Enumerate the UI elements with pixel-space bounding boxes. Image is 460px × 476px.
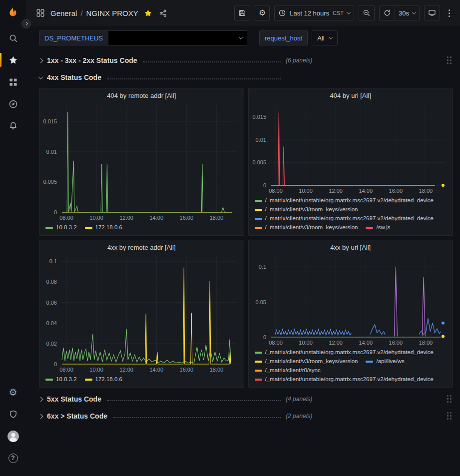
legend-label: 10.0.3.2 [56, 224, 77, 231]
svg-text:18:00: 18:00 [419, 188, 433, 194]
time-series-chart[interactable]: 00.0050.010.01508:0010:0012:0014:0016:00… [39, 100, 244, 222]
more-menu-button[interactable] [445, 11, 454, 15]
main-area: General / NGINX PROXY [26, 0, 460, 476]
legend-item[interactable]: /_matrix/client/r0/sync [255, 367, 321, 374]
legend-swatch [255, 200, 262, 202]
legend-item[interactable]: /_matrix/client/v3/room_keys/version [255, 358, 358, 365]
panel-404-by-uri: 404 by uri [All] 00.0050.010.01508:0010:… [248, 88, 454, 236]
row-6xx-status-code[interactable]: 6xx > Status Code (2 panels) [39, 409, 453, 424]
legend-item[interactable]: /api/live/ws [366, 358, 404, 365]
row-title: 5xx Status Code [47, 395, 101, 403]
row-panel-count: (6 panels) [286, 57, 312, 64]
refresh-interval-label: 30s [399, 9, 409, 17]
variables-bar: DS_PROMETHEUS request_host All [26, 26, 460, 50]
panel-legend: 10.0.3.2172.18.0.6 [39, 374, 244, 387]
refresh-icon [383, 9, 391, 17]
legend-item[interactable]: /_matrix/client/unstable/org.matrix.msc2… [255, 376, 434, 383]
dashboard-settings-button[interactable]: ⚙ [255, 5, 270, 20]
legend-label: /_matrix/client/r0/sync [265, 367, 321, 374]
row-drag-handle[interactable] [447, 412, 452, 420]
panel-title[interactable]: 404 by remote addr [All] [39, 88, 244, 100]
sidebar-item-configuration[interactable]: ⚙ [0, 382, 26, 403]
chevron-right-icon [24, 22, 28, 25]
dotted-leader [107, 400, 281, 401]
row-1xx-3xx-2xx-status-code[interactable]: 1xx - 3xx - 2xx Status Code (6 panels) [39, 53, 453, 68]
request-host-value: All [317, 34, 324, 42]
legend-item[interactable]: /_matrix/client/unstable/org.matrix.msc2… [255, 215, 434, 222]
svg-text:16:00: 16:00 [389, 340, 403, 346]
datasource-select[interactable] [108, 30, 247, 45]
refresh-interval-select[interactable]: 30s [395, 5, 420, 20]
refresh-button[interactable] [379, 5, 395, 20]
legend-item[interactable]: /sw.js [366, 224, 390, 231]
legend-item[interactable]: 10.0.3.2 [45, 224, 77, 231]
panel-4xx-by-uri: 4xx by uri [All] 00.050.108:0010:0012:00… [248, 240, 454, 388]
sidebar-item-dashboards[interactable] [0, 71, 26, 92]
chevron-right-icon [38, 397, 43, 402]
datasource-label: DS_PROMETHEUS [39, 30, 108, 45]
svg-text:18:00: 18:00 [419, 340, 433, 346]
legend-swatch [366, 361, 373, 363]
zoom-out-icon [363, 9, 371, 17]
dotted-leader [107, 78, 281, 79]
favorite-star-button[interactable] [143, 8, 153, 18]
legend-item[interactable]: /_matrix/client/unstable/org.matrix.msc2… [255, 197, 434, 204]
row-5xx-status-code[interactable]: 5xx Status Code (4 panels) [39, 392, 453, 407]
svg-text:0.005: 0.005 [252, 159, 266, 165]
svg-text:12:00: 12:00 [329, 340, 343, 346]
legend-swatch [45, 379, 53, 381]
star-icon [8, 55, 18, 65]
chevron-down-icon [347, 10, 351, 14]
row-title: 6xx > Status Code [47, 412, 107, 420]
chevron-down-icon [239, 35, 243, 39]
svg-text:16:00: 16:00 [180, 367, 194, 373]
sidebar-item-alerting[interactable] [0, 115, 26, 136]
sidebar-item-starred[interactable] [0, 49, 26, 70]
svg-text:14:00: 14:00 [359, 188, 373, 194]
monitor-icon [428, 9, 436, 17]
row-4xx-status-code[interactable]: 4xx Status Code [39, 70, 453, 85]
tv-mode-button[interactable] [424, 5, 440, 20]
time-series-chart[interactable]: 00.020.040.060.080.108:0010:0012:0014:00… [39, 252, 244, 374]
apps-grid-icon [35, 7, 46, 18]
sidebar-item-profile[interactable] [0, 426, 26, 447]
legend-item[interactable]: 172.18.0.6 [85, 376, 122, 383]
legend-label: /_matrix/client/v3/room_keys/version [265, 358, 358, 365]
sidebar-item-help[interactable] [0, 448, 26, 469]
legend-label: /_matrix/client/v3/room_keys/version [265, 206, 358, 213]
share-button[interactable] [158, 8, 168, 18]
panel-title[interactable]: 4xx by remote addr [All] [39, 240, 244, 252]
row-drag-handle[interactable] [447, 395, 452, 403]
time-range-picker[interactable]: Last 12 hours CST [274, 5, 354, 20]
svg-text:0.1: 0.1 [49, 258, 57, 264]
request-host-select[interactable]: All [312, 30, 337, 45]
svg-text:18:00: 18:00 [210, 215, 224, 221]
legend-item[interactable]: /_matrix/client/v3/room_keys/version [255, 206, 358, 213]
legend-item[interactable]: /_matrix/client/unstable/org.matrix.msc2… [255, 349, 434, 356]
sidebar-item-server-admin[interactable] [0, 404, 26, 425]
legend-item[interactable]: 10.0.3.2 [45, 376, 77, 383]
chevron-down-icon [328, 35, 332, 39]
chevron-right-icon [38, 414, 43, 419]
request-host-label: request_host [259, 30, 308, 45]
grafana-logo[interactable] [5, 5, 20, 20]
svg-text:0: 0 [263, 182, 266, 188]
time-series-chart[interactable]: 00.050.108:0010:0012:0014:0016:0018:00 [249, 252, 453, 347]
panel-title[interactable]: 404 by uri [All] [249, 88, 453, 100]
datasource-variable: DS_PROMETHEUS [39, 30, 247, 45]
svg-text:0.1: 0.1 [258, 264, 266, 270]
save-dashboard-button[interactable] [234, 5, 250, 20]
zoom-out-button[interactable] [359, 5, 375, 20]
legend-item[interactable]: /_matrix/client/v3/room_keys/version [255, 224, 358, 231]
legend-item[interactable]: 172.18.0.6 [85, 224, 122, 231]
row-drag-handle[interactable] [447, 56, 452, 64]
breadcrumb-folder[interactable]: General [50, 9, 77, 17]
svg-text:0.08: 0.08 [46, 279, 57, 285]
panel-title[interactable]: 4xx by uri [All] [249, 240, 453, 252]
svg-text:0: 0 [263, 334, 266, 340]
sidebar-item-search[interactable] [0, 27, 26, 48]
sidebar-expand-button[interactable] [21, 19, 31, 28]
sidebar-item-explore[interactable] [0, 93, 26, 114]
svg-text:08:00: 08:00 [269, 340, 283, 346]
time-series-chart[interactable]: 00.0050.010.01508:0010:0012:0014:0016:00… [249, 100, 453, 195]
